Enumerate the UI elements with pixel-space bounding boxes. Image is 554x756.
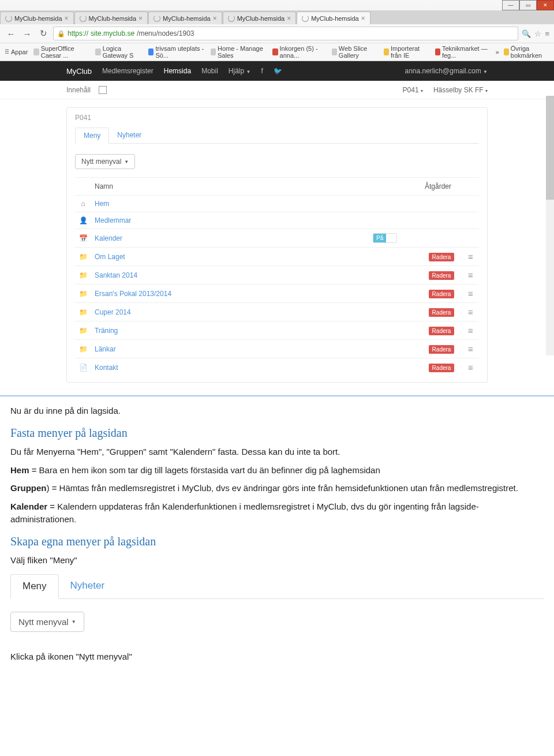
drag-handle-icon[interactable]: ≡ — [468, 270, 473, 280]
tab-close-icon[interactable]: × — [287, 14, 291, 23]
drag-handle-icon[interactable]: ≡ — [468, 325, 473, 335]
inset-tab-meny[interactable]: Meny — [10, 574, 59, 599]
menu-icon[interactable]: ≡ — [545, 29, 549, 38]
menu-item-link[interactable]: Ersan's Pokal 2013/2014 — [95, 290, 171, 298]
apps-button[interactable]: ⠿Appar — [5, 48, 28, 56]
window-minimize[interactable]: — — [502, 0, 519, 10]
folder-icon: 📁 — [79, 327, 88, 335]
col-header-name: Namn — [91, 178, 369, 196]
nav-hemsida[interactable]: Hemsida — [164, 67, 191, 75]
tab-nyheter[interactable]: Nyheter — [109, 128, 149, 143]
tab-title: MyClub-hemsida — [14, 15, 62, 22]
bookmark-item[interactable]: Logica Gateway S — [95, 45, 143, 59]
doc-p1: Nu är du inne på din lagsida. — [10, 405, 544, 417]
caret-icon: ▾ — [485, 88, 488, 93]
user-menu[interactable]: anna.nerlich@gmail.com ▼ — [405, 67, 488, 75]
window-maximize[interactable]: ▭ — [519, 0, 537, 10]
url-host: site.myclub.se — [91, 29, 134, 38]
inset-new-button[interactable]: Nytt menyval ▼ — [10, 612, 84, 632]
menu-item-link[interactable]: Hem — [95, 200, 109, 208]
caret-icon: ▼ — [124, 159, 129, 164]
nav-back[interactable]: ← — [5, 27, 17, 40]
subnav-innehall[interactable]: Innehåll — [66, 86, 91, 94]
window-close[interactable]: ✕ — [537, 0, 554, 10]
nav-mobil[interactable]: Mobil — [201, 67, 218, 75]
drag-handle-icon[interactable]: ≡ — [468, 362, 473, 372]
bookmark-item[interactable]: Inkorgen (5) - anna... — [272, 45, 325, 59]
bookmark-item[interactable]: Teknikmarket — feg... — [435, 45, 490, 59]
tab-title: MyClub-hemsida — [163, 15, 211, 22]
address-bar[interactable]: 🔒 https://site.myclub.se/menu/nodes/1903 — [53, 27, 518, 40]
menu-item-link[interactable]: Om Laget — [95, 253, 125, 261]
twitter-icon[interactable]: 🐦 — [274, 67, 282, 75]
bookmark-icon — [435, 48, 440, 55]
menu-item-link[interactable]: Sanktan 2014 — [95, 271, 137, 279]
bookmark-icon — [384, 48, 389, 55]
col-header-actions: Åtgårder — [421, 178, 462, 196]
bookmark-item[interactable]: trivsam uteplats - Sö... — [148, 45, 205, 59]
menu-item-link[interactable]: Cuper 2014 — [95, 308, 131, 316]
doc-p2: Du får Menyerna "Hem", "Gruppen" samt "K… — [10, 446, 544, 458]
search-icon[interactable]: 🔍 — [522, 29, 531, 38]
nav-medlemsregister[interactable]: Medlemsregister — [102, 67, 154, 75]
folder-icon: 📁 — [79, 271, 88, 279]
tab-close-icon[interactable]: × — [138, 14, 143, 23]
delete-button[interactable]: Radera — [429, 327, 455, 335]
tab-close-icon[interactable]: × — [65, 14, 69, 23]
browser-tab[interactable]: MyClub-hemsida× — [148, 12, 222, 24]
document-body: Nu är du inne på din lagsida. Fasta meny… — [0, 396, 554, 680]
nav-hjalp[interactable]: Hjälp ▼ — [229, 67, 251, 75]
inset-tab-nyheter[interactable]: Nyheter — [59, 574, 117, 598]
scrollbar[interactable] — [546, 96, 554, 355]
menu-item-link[interactable]: Kontakt — [95, 364, 118, 372]
delete-button[interactable]: Radera — [429, 253, 455, 261]
facebook-icon[interactable]: f — [261, 67, 263, 75]
breadcrumb-p041[interactable]: P041 ▾ — [403, 86, 423, 94]
other-bookmarks[interactable]: Övriga bokmärken — [504, 45, 549, 59]
tab-meny[interactable]: Meny — [75, 128, 109, 144]
delete-button[interactable]: Radera — [429, 308, 455, 317]
delete-button[interactable]: Radera — [429, 345, 455, 354]
menu-item-link[interactable]: Medlemmar — [95, 216, 131, 224]
delete-button[interactable]: Radera — [429, 290, 455, 298]
bookmark-icon — [148, 48, 154, 55]
bookmark-item[interactable]: Importerat från IE — [384, 45, 429, 59]
scrollbar-thumb[interactable] — [546, 96, 554, 200]
bookmark-item[interactable]: SuperOffice Caesar ... — [33, 45, 89, 59]
doc-p3: Hem = Bara en hem ikon som tar dig till … — [10, 464, 544, 477]
external-link-icon[interactable] — [99, 86, 107, 94]
browser-tab[interactable]: MyClub-hemsida× — [223, 12, 297, 24]
browser-tab[interactable]: MyClub-hemsida× — [0, 12, 74, 24]
nav-forward[interactable]: → — [21, 27, 33, 40]
tab-title: MyClub-hemsida — [89, 15, 137, 22]
drag-handle-icon[interactable]: ≡ — [468, 307, 473, 317]
menu-item-link[interactable]: Länkar — [95, 345, 116, 353]
brand[interactable]: MyClub — [66, 67, 92, 76]
toggle-switch[interactable]: På — [373, 233, 397, 243]
drag-handle-icon[interactable]: ≡ — [468, 252, 473, 261]
table-row: 📅KalenderPå — [75, 229, 479, 248]
inset-screenshot: Meny Nyheter Nytt menyval ▼ — [10, 574, 544, 640]
nav-reload[interactable]: ↻ — [37, 27, 50, 40]
home-icon: ⌂ — [81, 200, 85, 208]
drag-handle-icon[interactable]: ≡ — [468, 344, 473, 354]
new-menu-button[interactable]: Nytt menyval ▼ — [75, 154, 135, 169]
browser-tab[interactable]: MyClub-hemsida× — [74, 12, 148, 24]
tab-close-icon[interactable]: × — [361, 14, 365, 23]
bookmark-item[interactable]: Home - Manage Sales — [211, 45, 267, 59]
bookmarks-overflow[interactable]: » — [496, 48, 499, 55]
folder-icon: 📁 — [79, 345, 88, 353]
doc-h2: Skapa egna menyer på lagsidan — [10, 535, 544, 548]
breadcrumb-club[interactable]: Hässelby SK FF ▾ — [433, 86, 488, 94]
bookmark-item[interactable]: Web Slice Gallery — [332, 45, 378, 59]
delete-button[interactable]: Radera — [429, 364, 455, 372]
menu-item-link[interactable]: Träning — [95, 327, 118, 335]
star-icon[interactable]: ☆ — [534, 29, 541, 38]
delete-button[interactable]: Radera — [429, 271, 455, 280]
browser-tab-active[interactable]: MyClub-hemsida× — [297, 12, 370, 24]
tab-close-icon[interactable]: × — [213, 14, 217, 23]
spinner-icon — [80, 15, 87, 22]
menu-item-link[interactable]: Kalender — [95, 234, 122, 242]
drag-handle-icon[interactable]: ≡ — [468, 289, 473, 298]
calendar-icon: 📅 — [79, 234, 88, 242]
